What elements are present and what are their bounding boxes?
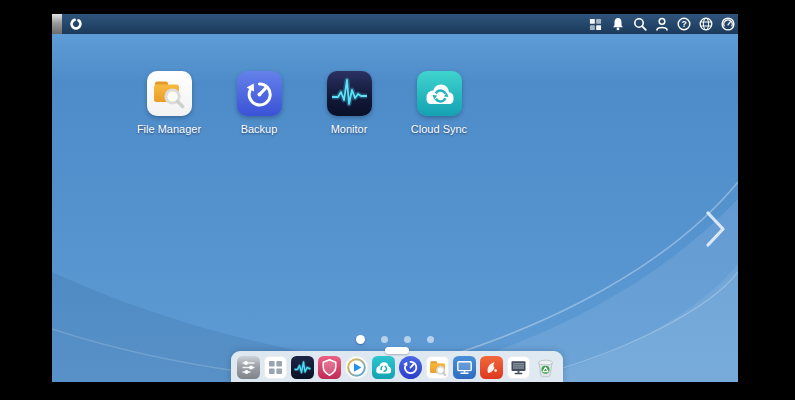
notification-bell-icon[interactable] <box>610 17 625 32</box>
backup-restore-icon[interactable] <box>399 356 422 379</box>
external-display-icon[interactable] <box>507 356 530 379</box>
recycle-bin-icon[interactable] <box>534 356 557 379</box>
page-dot-2[interactable] <box>381 336 388 343</box>
topbar-icon-group: ? <box>588 17 738 32</box>
desktop: File Manager Backup <box>52 34 738 382</box>
activity-pulse-icon[interactable] <box>291 356 314 379</box>
apps-grid-icon[interactable] <box>588 17 603 32</box>
topbar: ? <box>52 14 738 34</box>
page-dot-4[interactable] <box>427 336 434 343</box>
user-icon[interactable] <box>654 17 669 32</box>
app-label: Cloud Sync <box>411 123 467 135</box>
file-manager-icon <box>147 71 192 116</box>
desktop-app-grid: File Manager Backup <box>124 71 484 135</box>
activity-pulse-icon <box>327 71 372 116</box>
next-page-arrow[interactable] <box>705 210 727 252</box>
app-label: File Manager <box>137 123 201 135</box>
swirl-logo[interactable] <box>69 17 83 31</box>
swirl-app-icon[interactable] <box>480 356 503 379</box>
app-cloud-sync[interactable]: Cloud Sync <box>394 71 484 135</box>
cloud-sync-icon[interactable] <box>372 356 395 379</box>
file-manager-icon[interactable] <box>426 356 449 379</box>
app-file-manager[interactable]: File Manager <box>124 71 214 135</box>
search-icon[interactable] <box>632 17 647 32</box>
backup-restore-icon <box>237 71 282 116</box>
pagination-dots <box>356 335 434 344</box>
media-player-icon[interactable] <box>345 356 368 379</box>
page-dot-3[interactable] <box>404 336 411 343</box>
dashboard-gauge-icon[interactable] <box>720 17 735 32</box>
app-label: Backup <box>241 123 278 135</box>
remote-display-icon[interactable] <box>453 356 476 379</box>
page-dot-1[interactable] <box>356 335 365 344</box>
topbar-edge-strip <box>52 14 62 34</box>
app-launcher-grid-icon[interactable] <box>264 356 287 379</box>
help-icon[interactable]: ? <box>676 17 691 32</box>
app-label: Monitor <box>331 123 368 135</box>
cloud-sync-icon <box>417 71 462 116</box>
app-monitor[interactable]: Monitor <box>304 71 394 135</box>
globe-language-icon[interactable] <box>698 17 713 32</box>
app-backup[interactable]: Backup <box>214 71 304 135</box>
security-shield-icon[interactable] <box>318 356 341 379</box>
quick-settings-icon[interactable] <box>237 356 260 379</box>
dock <box>231 351 563 382</box>
dock-handle[interactable] <box>385 347 409 354</box>
help-glyph: ? <box>681 19 686 29</box>
nas-desktop-window: ? <box>52 14 738 382</box>
